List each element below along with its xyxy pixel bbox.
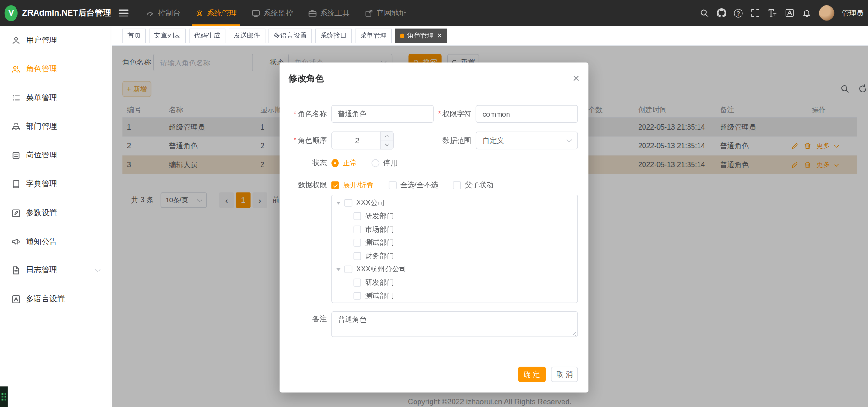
nav-item-system-manage[interactable]: 系统管理 — [187, 0, 244, 26]
user-name[interactable]: 管理员 — [842, 8, 863, 18]
role-name-label: *角色名称 — [280, 105, 327, 123]
sidebar-item-label: 字典管理 — [26, 179, 57, 189]
nav-item-console[interactable]: 控制台 — [138, 0, 187, 26]
sidebar-item-role-manage[interactable]: 角色管理 — [0, 55, 111, 84]
tab-role-manage[interactable]: 角色管理 × — [395, 28, 447, 43]
checkbox-icon — [388, 181, 396, 189]
close-icon[interactable]: × — [573, 72, 579, 83]
tab-article-list[interactable]: 文章列表 — [149, 28, 186, 43]
checkbox-icon[interactable] — [354, 252, 361, 260]
checkbox-icon[interactable] — [354, 239, 361, 247]
data-permission-label: 数据权限 — [280, 176, 327, 194]
sidebar-item-notice[interactable]: 通知公告 — [0, 227, 111, 256]
edit-square-icon — [11, 208, 20, 217]
nav-item-website[interactable]: 官网地址 — [357, 0, 413, 26]
checkbox-icon[interactable] — [354, 212, 361, 220]
post-badge-icon — [11, 151, 20, 160]
caret-down-icon[interactable] — [336, 201, 341, 204]
sidebar-item-label: 菜单管理 — [26, 93, 57, 103]
notification-bell-icon[interactable] — [802, 8, 812, 18]
sidebar-item-param-settings[interactable]: 参数设置 — [0, 199, 111, 228]
search-icon[interactable] — [699, 8, 709, 18]
nav-label: 官网地址 — [377, 8, 406, 18]
sidebar-item-i18n-settings[interactable]: 多语言设置 — [0, 285, 111, 314]
tree-node-child[interactable]: 财务部门 — [332, 250, 577, 263]
external-link-icon — [364, 9, 373, 17]
confirm-button[interactable]: 确 定 — [518, 367, 546, 382]
language-icon[interactable] — [785, 8, 795, 18]
checkbox-icon[interactable] — [354, 226, 361, 233]
tree-node-child[interactable]: 测试部门 — [332, 236, 577, 250]
radio-normal[interactable]: 正常 — [331, 158, 357, 168]
radio-disabled[interactable]: 停用 — [371, 158, 398, 168]
user-icon — [11, 36, 20, 45]
fullscreen-icon[interactable] — [751, 8, 760, 18]
remark-label: 备注 — [280, 310, 327, 328]
perm-string-input[interactable] — [482, 106, 571, 122]
tree-node-child[interactable]: 研发部门 — [332, 276, 577, 289]
dictionary-icon — [11, 180, 20, 189]
tree-node-child[interactable]: 测试部门 — [332, 289, 577, 303]
sidebar-item-label: 通知公告 — [26, 237, 57, 247]
sidebar-item-menu-manage[interactable]: 菜单管理 — [0, 83, 111, 112]
data-scope-select[interactable]: 自定义 — [476, 131, 578, 149]
remark-textarea[interactable]: 普通角色 — [331, 311, 578, 337]
cancel-button[interactable]: 取 消 — [551, 367, 578, 382]
increase-button[interactable] — [381, 132, 393, 141]
role-order-input[interactable] — [338, 132, 377, 149]
tree-node-child[interactable]: 市场部门 — [332, 223, 577, 236]
sidebar-item-user-manage[interactable]: 用户管理 — [0, 26, 111, 55]
nav-item-system-monitor[interactable]: 系统监控 — [244, 0, 300, 26]
radio-unchecked-icon — [371, 159, 379, 167]
checkbox-icon[interactable] — [354, 279, 361, 287]
sidebar-item-label: 部门管理 — [26, 122, 57, 132]
tab-menu-manage[interactable]: 菜单管理 — [355, 28, 392, 43]
logo-letter: V — [8, 8, 14, 18]
checkbox-icon[interactable] — [344, 199, 352, 207]
tab-home[interactable]: 首页 — [122, 28, 146, 43]
header: V ZRAdmin.NET后台管理 控制台 系统管理 系统监控 系统工具 — [0, 0, 868, 26]
select-all-checkbox[interactable]: 全选/全不选 — [388, 180, 438, 190]
checkbox-icon[interactable] — [354, 292, 361, 300]
font-size-icon[interactable] — [768, 8, 777, 18]
role-name-input[interactable] — [338, 106, 427, 122]
user-avatar[interactable] — [819, 5, 835, 21]
github-icon[interactable] — [717, 8, 726, 18]
tree-node-parent[interactable]: XXX公司 — [332, 196, 577, 210]
gear-icon — [195, 9, 203, 17]
sidebar-item-label: 岗位管理 — [26, 151, 57, 161]
sidebar-item-post-manage[interactable]: 岗位管理 — [0, 141, 111, 170]
parent-child-link-checkbox[interactable]: 父子联动 — [453, 180, 494, 190]
tree-node-child[interactable]: 研发部门 — [332, 210, 577, 223]
dashboard-icon — [146, 9, 154, 17]
number-stepper — [380, 131, 394, 149]
tree-node-parent[interactable]: XXX杭州分公司 — [332, 263, 577, 276]
sidebar-item-dept-manage[interactable]: 部门管理 — [0, 112, 111, 141]
top-nav: 控制台 系统管理 系统监控 系统工具 官网地址 — [138, 0, 413, 26]
sidebar-item-log-manage[interactable]: 日志管理 — [0, 256, 111, 285]
sidebar: 用户管理 角色管理 菜单管理 部门管理 岗位管理 字典管理 参数设置 通知公告 — [0, 26, 111, 407]
tree-option-checkboxes: 展开/折叠 全选/全不选 父子联动 — [331, 176, 494, 194]
tab-close-icon[interactable]: × — [437, 32, 442, 39]
tab-system-api[interactable]: 系统接口 — [315, 28, 352, 43]
nav-item-system-tools[interactable]: 系统工具 — [300, 0, 357, 26]
monitor-icon — [251, 9, 260, 17]
perm-string-input-wrap — [476, 105, 578, 123]
menu-toggle-icon[interactable] — [119, 10, 129, 17]
tab-code-gen[interactable]: 代码生成 — [189, 28, 225, 43]
caret-down-icon[interactable] — [336, 268, 341, 271]
sidebar-item-dict-manage[interactable]: 字典管理 — [0, 170, 111, 199]
required-asterisk: * — [438, 109, 441, 118]
status-label: 状态 — [280, 154, 327, 172]
expand-collapse-checkbox[interactable]: 展开/折叠 — [331, 180, 374, 190]
checkbox-checked-icon — [331, 181, 339, 189]
role-order-label: *角色顺序 — [280, 131, 327, 149]
chevron-up-icon — [385, 135, 389, 139]
checkbox-icon[interactable] — [344, 266, 352, 273]
tab-send-mail[interactable]: 发送邮件 — [229, 28, 265, 43]
logo-area: V ZRAdmin.NET后台管理 — [0, 0, 111, 26]
tab-i18n-settings[interactable]: 多语言设置 — [269, 28, 312, 43]
tab-bar: 首页 文章列表 代码生成 发送邮件 多语言设置 系统接口 菜单管理 角色管理 × — [111, 26, 868, 46]
decrease-button[interactable] — [381, 141, 393, 149]
help-icon[interactable]: ? — [734, 9, 742, 17]
